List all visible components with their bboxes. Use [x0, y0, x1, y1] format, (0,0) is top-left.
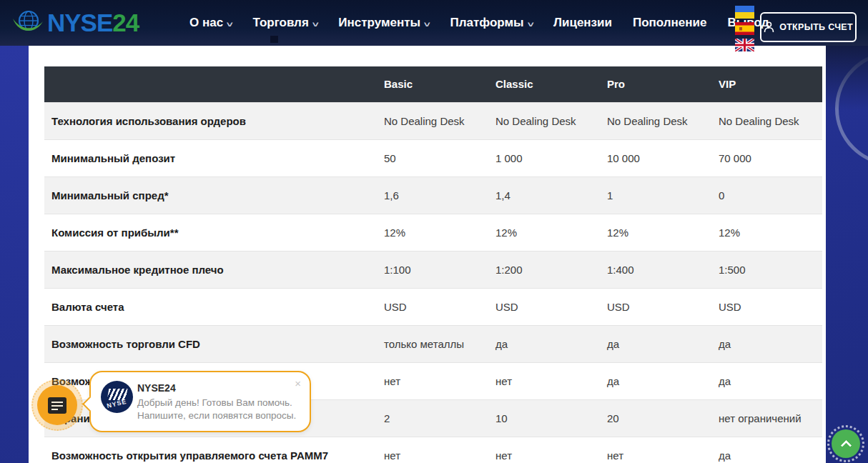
row-value: 12% [495, 214, 607, 251]
row-value: 1 [607, 176, 719, 214]
row-value: нет [607, 437, 719, 463]
table-row: Минимальный спред*1,61,410 [44, 176, 822, 214]
decorative-shadow [826, 46, 868, 110]
row-value: 0 [719, 176, 822, 214]
row-label: Возможность открытия управляемого счета … [44, 437, 384, 463]
chevron-down-icon: ˅ [527, 20, 533, 29]
logo-text-secondary: 24 [112, 9, 139, 36]
logo-text: NYSE24 [47, 6, 139, 40]
chat-message-line1: Добрый день! Готовы Вам помочь. [137, 397, 292, 408]
chat-button[interactable] [37, 385, 77, 425]
table-row: Максимальное кредитное плечо1:1001:2001:… [44, 251, 822, 288]
row-value: 12% [384, 214, 495, 251]
row-value: да [607, 362, 719, 399]
flag-uk-icon[interactable] [735, 39, 754, 51]
row-label: Комиссия от прибыли** [44, 214, 384, 251]
row-value: 1:400 [607, 251, 719, 288]
logo-text-primary: NYSE [47, 9, 112, 36]
nav-item-3[interactable]: Инструменты˅ [338, 16, 429, 30]
row-value: 12% [719, 214, 822, 251]
nav-item-label: О нас [189, 16, 223, 30]
globe-icon [10, 6, 44, 40]
nav-item-6[interactable]: Пополнение [633, 16, 707, 30]
row-value: нет [495, 362, 607, 399]
table-header-row: BasicClassicProVIP [44, 66, 822, 102]
nav-item-label: Лицензии [553, 16, 612, 30]
nav-item-label: Торговля [253, 16, 309, 30]
chat-close-icon[interactable]: × [295, 378, 301, 389]
person-icon [764, 21, 774, 33]
nav-item-5[interactable]: Лицензии [553, 16, 612, 30]
table-row: Возможность открытия управляемого счета … [44, 437, 822, 463]
row-value: нет [384, 362, 495, 399]
column-header-classic: Classic [495, 66, 607, 102]
column-header-empty [44, 66, 384, 102]
row-value: 1:500 [719, 251, 822, 288]
scroll-to-top-button[interactable] [832, 429, 860, 458]
nav-item-4[interactable]: Платформы˅ [450, 16, 533, 30]
row-value: 1:100 [384, 251, 495, 288]
nav-item-1[interactable]: О нас˅ [189, 16, 232, 30]
row-value: да [719, 325, 822, 362]
row-value: нет [384, 437, 495, 463]
row-value: да [719, 437, 822, 463]
row-label: Валюта счета [44, 288, 384, 325]
row-value: нет [495, 437, 607, 463]
open-account-button[interactable]: ОТКРЫТЬ СЧЕТ [760, 12, 857, 42]
column-header-basic: Basic [384, 66, 495, 102]
table-row: Технология использования ордеровNo Deali… [44, 102, 822, 139]
table-row: Валюта счетаUSDUSDUSDUSD [44, 288, 822, 325]
chat-icon [48, 397, 66, 414]
table-row: Возможность торговли CFDтолько металлыда… [44, 325, 822, 362]
row-value: 10 [495, 399, 607, 437]
open-account-label: ОТКРЫТЬ СЧЕТ [779, 22, 853, 32]
row-value: 20 [607, 399, 719, 437]
table-row: Комиссия от прибыли**12%12%12%12% [44, 214, 822, 251]
chat-popup: NYSE NYSE24 Добрый день! Готовы Вам помо… [89, 371, 311, 432]
row-value: 2 [384, 399, 495, 437]
nav-item-label: Платформы [450, 16, 524, 30]
chat-avatar: NYSE [101, 381, 133, 413]
flag-spain-icon[interactable] [735, 22, 754, 35]
row-value: 50 [384, 139, 495, 176]
row-value: USD [495, 288, 607, 325]
row-value: USD [607, 288, 719, 325]
row-value: 1 000 [495, 139, 607, 176]
row-value: да [719, 362, 822, 399]
row-label: Максимальное кредитное плечо [44, 251, 384, 288]
row-value: 1,4 [495, 176, 607, 214]
row-label: Технология использования ордеров [44, 102, 384, 139]
row-value: только металлы [384, 325, 495, 362]
row-value: 10 000 [607, 139, 719, 176]
row-value: No Dealing Desk [384, 102, 495, 139]
nav-item-label: Пополнение [633, 16, 707, 30]
row-value: 1,6 [384, 176, 495, 214]
row-label: Возможность торговли CFD [44, 325, 384, 362]
row-value: 1:200 [495, 251, 607, 288]
row-value: 70 000 [719, 139, 822, 176]
language-switcher [735, 6, 754, 51]
row-value: да [495, 325, 607, 362]
chevron-down-icon: ˅ [312, 20, 319, 29]
row-value: USD [719, 288, 822, 325]
row-label: Минимальный депозит [44, 139, 384, 176]
row-value: No Dealing Desk [495, 102, 607, 139]
chat-title: NYSE24 [137, 382, 176, 394]
nav-item-label: Инструменты [338, 16, 420, 30]
row-value: No Dealing Desk [719, 102, 822, 139]
row-value: да [607, 325, 719, 362]
chat-message-line2: Напишите, если появятся вопросы. [137, 410, 296, 421]
chevron-down-icon: ˅ [227, 20, 233, 29]
row-value: нет ограничений [719, 399, 822, 437]
row-value: USD [384, 288, 495, 325]
flag-ukraine-icon[interactable] [735, 6, 754, 19]
column-header-pro: Pro [607, 66, 719, 102]
dropdown-indicator [270, 36, 278, 43]
row-value: 12% [607, 214, 719, 251]
row-value: No Dealing Desk [607, 102, 719, 139]
site-logo[interactable]: NYSE24 [10, 6, 139, 40]
table-row: Минимальный депозит501 00010 00070 000 [44, 139, 822, 176]
site-header: NYSE24 О нас˅Торговля˅Инструменты˅Платфо… [0, 0, 868, 46]
nav-item-2[interactable]: Торговля˅ [253, 16, 318, 30]
row-label: Минимальный спред* [44, 176, 384, 214]
